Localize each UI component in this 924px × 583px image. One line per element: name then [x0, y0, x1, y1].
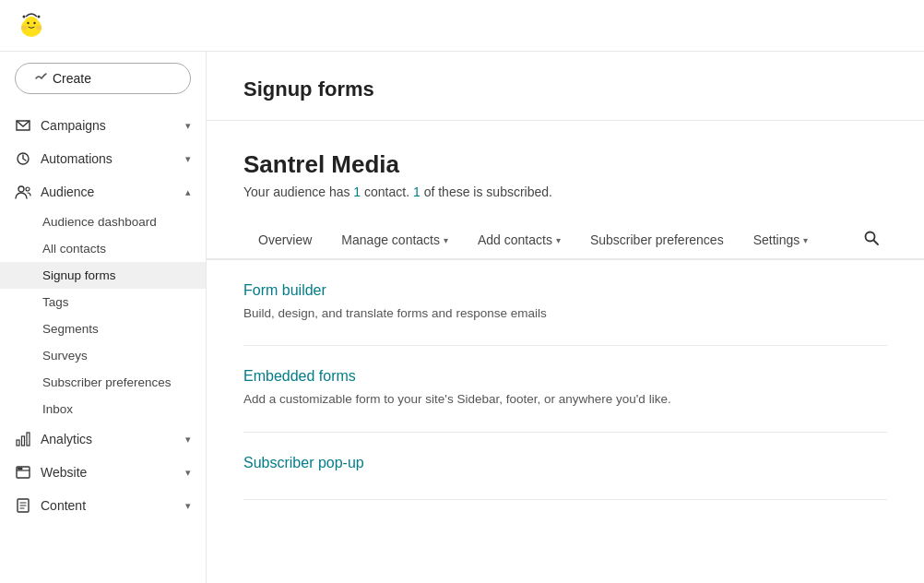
automations-chevron: ▾ — [185, 153, 191, 165]
form-item-form-builder: Form builder Build, design, and translat… — [243, 260, 887, 346]
sidebar-item-audience-dashboard[interactable]: Audience dashboard — [0, 208, 206, 235]
tab-bar: Overview Manage contacts ▾ Add contacts … — [207, 221, 924, 260]
sidebar-item-surveys[interactable]: Surveys — [0, 342, 206, 369]
svg-point-7 — [38, 15, 41, 18]
main-content: Signup forms Santrel Media Your audience… — [207, 52, 924, 583]
mailchimp-logo[interactable] — [15, 9, 48, 42]
content-icon — [15, 497, 31, 514]
svg-point-2 — [27, 21, 29, 23]
sidebar-item-tags[interactable]: Tags — [0, 289, 206, 315]
svg-point-10 — [26, 187, 30, 191]
analytics-chevron: ▾ — [185, 434, 191, 446]
page-title: Signup forms — [243, 77, 887, 101]
tab-add-contacts[interactable]: Add contacts ▾ — [463, 221, 575, 260]
page-header: Signup forms — [207, 52, 924, 121]
subscribed-count-link[interactable]: 1 — [413, 184, 421, 199]
sidebar-item-subscriber-preferences[interactable]: Subscriber preferences — [0, 369, 206, 396]
svg-point-6 — [23, 15, 26, 18]
tab-manage-contacts[interactable]: Manage contacts ▾ — [326, 221, 463, 260]
automations-icon — [15, 150, 31, 167]
add-contacts-chevron: ▾ — [556, 235, 561, 245]
create-button[interactable]: Create — [15, 63, 191, 94]
sidebar-item-segments[interactable]: Segments — [0, 315, 206, 342]
contact-count-link[interactable]: 1 — [353, 184, 361, 199]
form-builder-link[interactable]: Form builder — [243, 282, 887, 299]
sidebar-item-analytics[interactable]: Analytics ▾ — [0, 422, 206, 456]
svg-point-4 — [21, 25, 27, 30]
svg-point-3 — [33, 21, 35, 23]
forms-list: Form builder Build, design, and translat… — [207, 260, 924, 500]
svg-rect-13 — [27, 433, 30, 446]
svg-point-1 — [24, 17, 39, 31]
form-item-subscriber-popup: Subscriber pop-up — [243, 433, 887, 500]
svg-point-15 — [18, 468, 20, 470]
tab-subscriber-preferences[interactable]: Subscriber preferences — [575, 221, 739, 260]
svg-rect-12 — [22, 436, 25, 446]
top-bar — [0, 0, 924, 52]
tab-overview[interactable]: Overview — [243, 221, 326, 260]
analytics-icon — [15, 431, 31, 447]
audience-icon — [15, 184, 31, 200]
website-chevron: ▾ — [185, 467, 191, 479]
svg-rect-11 — [17, 440, 19, 446]
form-item-embedded-forms: Embedded forms Add a customizable form t… — [243, 346, 887, 432]
campaigns-icon — [15, 117, 31, 134]
svg-point-16 — [20, 468, 22, 470]
svg-point-9 — [18, 186, 24, 192]
sidebar-item-inbox[interactable]: Inbox — [0, 396, 206, 422]
audience-section: Santrel Media Your audience has 1 contac… — [207, 121, 924, 221]
sidebar-item-website[interactable]: Website ▾ — [0, 456, 206, 489]
settings-chevron: ▾ — [803, 235, 808, 245]
website-icon — [15, 464, 31, 481]
audience-name: Santrel Media — [243, 150, 887, 179]
campaigns-chevron: ▾ — [185, 120, 191, 132]
sidebar-item-automations[interactable]: Automations ▾ — [0, 142, 206, 175]
embedded-forms-description: Add a customizable form to your site's S… — [243, 390, 887, 409]
embedded-forms-link[interactable]: Embedded forms — [243, 368, 887, 385]
audience-description: Your audience has 1 contact. 1 of these … — [243, 184, 887, 199]
sidebar-item-content[interactable]: Content ▾ — [0, 489, 206, 522]
sidebar-item-campaigns[interactable]: Campaigns ▾ — [0, 109, 206, 142]
audience-chevron: ▴ — [185, 186, 191, 198]
tab-settings[interactable]: Settings ▾ — [739, 221, 823, 260]
svg-point-5 — [36, 25, 41, 30]
subscriber-popup-link[interactable]: Subscriber pop-up — [243, 455, 887, 471]
sidebar-item-all-contacts[interactable]: All contacts — [0, 235, 206, 262]
manage-contacts-chevron: ▾ — [444, 235, 448, 245]
sidebar: Create Campaigns ▾ Automations ▾ — [0, 52, 207, 583]
form-builder-description: Build, design, and translate forms and r… — [243, 304, 887, 323]
sidebar-item-signup-forms[interactable]: Signup forms — [0, 262, 206, 289]
content-chevron: ▾ — [185, 500, 191, 512]
search-button[interactable] — [856, 222, 887, 257]
sidebar-item-audience[interactable]: Audience ▴ — [0, 175, 206, 208]
